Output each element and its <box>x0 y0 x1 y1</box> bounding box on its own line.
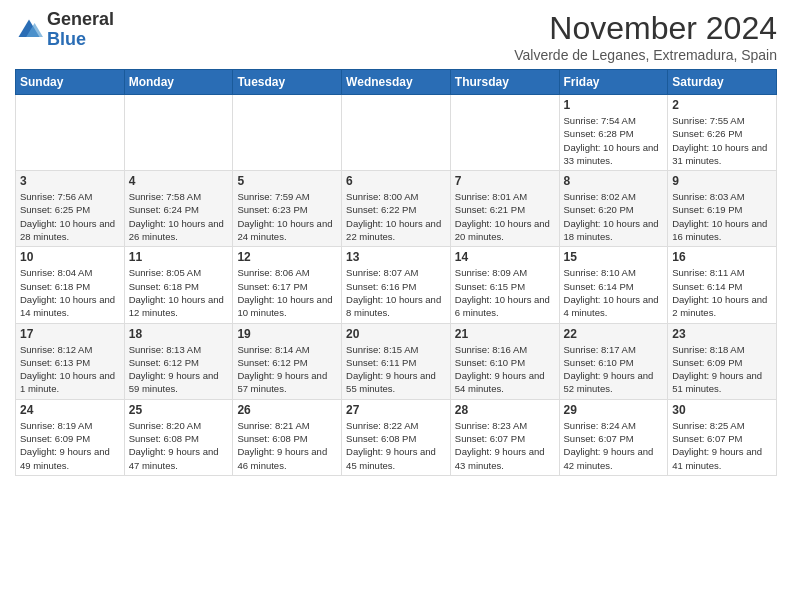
calendar-cell: 27Sunrise: 8:22 AM Sunset: 6:08 PM Dayli… <box>342 399 451 475</box>
calendar-table: SundayMondayTuesdayWednesdayThursdayFrid… <box>15 69 777 476</box>
calendar-cell: 22Sunrise: 8:17 AM Sunset: 6:10 PM Dayli… <box>559 323 668 399</box>
title-block: November 2024 Valverde de Leganes, Extre… <box>514 10 777 63</box>
page-header: General Blue November 2024 Valverde de L… <box>15 10 777 63</box>
month-title: November 2024 <box>514 10 777 47</box>
location-subtitle: Valverde de Leganes, Extremadura, Spain <box>514 47 777 63</box>
day-number: 17 <box>20 327 120 341</box>
day-info: Sunrise: 7:55 AM Sunset: 6:26 PM Dayligh… <box>672 114 772 167</box>
calendar-cell: 20Sunrise: 8:15 AM Sunset: 6:11 PM Dayli… <box>342 323 451 399</box>
day-number: 30 <box>672 403 772 417</box>
day-number: 22 <box>564 327 664 341</box>
calendar-cell: 30Sunrise: 8:25 AM Sunset: 6:07 PM Dayli… <box>668 399 777 475</box>
day-header-sunday: Sunday <box>16 70 125 95</box>
calendar-cell <box>342 95 451 171</box>
week-row-4: 17Sunrise: 8:12 AM Sunset: 6:13 PM Dayli… <box>16 323 777 399</box>
day-number: 12 <box>237 250 337 264</box>
calendar-cell: 3Sunrise: 7:56 AM Sunset: 6:25 PM Daylig… <box>16 171 125 247</box>
calendar-cell: 14Sunrise: 8:09 AM Sunset: 6:15 PM Dayli… <box>450 247 559 323</box>
calendar-cell: 6Sunrise: 8:00 AM Sunset: 6:22 PM Daylig… <box>342 171 451 247</box>
calendar-cell: 4Sunrise: 7:58 AM Sunset: 6:24 PM Daylig… <box>124 171 233 247</box>
calendar-cell: 11Sunrise: 8:05 AM Sunset: 6:18 PM Dayli… <box>124 247 233 323</box>
day-number: 20 <box>346 327 446 341</box>
calendar-cell: 19Sunrise: 8:14 AM Sunset: 6:12 PM Dayli… <box>233 323 342 399</box>
day-info: Sunrise: 8:22 AM Sunset: 6:08 PM Dayligh… <box>346 419 446 472</box>
day-number: 11 <box>129 250 229 264</box>
logo: General Blue <box>15 10 114 50</box>
day-number: 15 <box>564 250 664 264</box>
calendar-cell <box>450 95 559 171</box>
day-number: 18 <box>129 327 229 341</box>
calendar-cell: 2Sunrise: 7:55 AM Sunset: 6:26 PM Daylig… <box>668 95 777 171</box>
day-number: 24 <box>20 403 120 417</box>
day-info: Sunrise: 8:15 AM Sunset: 6:11 PM Dayligh… <box>346 343 446 396</box>
day-info: Sunrise: 8:24 AM Sunset: 6:07 PM Dayligh… <box>564 419 664 472</box>
calendar-cell: 25Sunrise: 8:20 AM Sunset: 6:08 PM Dayli… <box>124 399 233 475</box>
day-number: 3 <box>20 174 120 188</box>
day-info: Sunrise: 7:56 AM Sunset: 6:25 PM Dayligh… <box>20 190 120 243</box>
day-number: 9 <box>672 174 772 188</box>
day-number: 4 <box>129 174 229 188</box>
day-info: Sunrise: 8:01 AM Sunset: 6:21 PM Dayligh… <box>455 190 555 243</box>
calendar-cell: 1Sunrise: 7:54 AM Sunset: 6:28 PM Daylig… <box>559 95 668 171</box>
calendar-cell: 26Sunrise: 8:21 AM Sunset: 6:08 PM Dayli… <box>233 399 342 475</box>
day-info: Sunrise: 8:20 AM Sunset: 6:08 PM Dayligh… <box>129 419 229 472</box>
day-info: Sunrise: 8:06 AM Sunset: 6:17 PM Dayligh… <box>237 266 337 319</box>
day-info: Sunrise: 8:03 AM Sunset: 6:19 PM Dayligh… <box>672 190 772 243</box>
day-info: Sunrise: 8:18 AM Sunset: 6:09 PM Dayligh… <box>672 343 772 396</box>
day-number: 29 <box>564 403 664 417</box>
day-header-monday: Monday <box>124 70 233 95</box>
calendar-cell: 21Sunrise: 8:16 AM Sunset: 6:10 PM Dayli… <box>450 323 559 399</box>
day-header-wednesday: Wednesday <box>342 70 451 95</box>
day-number: 2 <box>672 98 772 112</box>
day-info: Sunrise: 8:04 AM Sunset: 6:18 PM Dayligh… <box>20 266 120 319</box>
day-header-thursday: Thursday <box>450 70 559 95</box>
day-number: 14 <box>455 250 555 264</box>
day-info: Sunrise: 8:19 AM Sunset: 6:09 PM Dayligh… <box>20 419 120 472</box>
week-row-3: 10Sunrise: 8:04 AM Sunset: 6:18 PM Dayli… <box>16 247 777 323</box>
day-header-tuesday: Tuesday <box>233 70 342 95</box>
day-info: Sunrise: 7:58 AM Sunset: 6:24 PM Dayligh… <box>129 190 229 243</box>
day-number: 25 <box>129 403 229 417</box>
day-number: 13 <box>346 250 446 264</box>
day-number: 21 <box>455 327 555 341</box>
week-row-5: 24Sunrise: 8:19 AM Sunset: 6:09 PM Dayli… <box>16 399 777 475</box>
calendar-cell: 24Sunrise: 8:19 AM Sunset: 6:09 PM Dayli… <box>16 399 125 475</box>
day-info: Sunrise: 7:54 AM Sunset: 6:28 PM Dayligh… <box>564 114 664 167</box>
day-number: 19 <box>237 327 337 341</box>
calendar-cell: 10Sunrise: 8:04 AM Sunset: 6:18 PM Dayli… <box>16 247 125 323</box>
logo-text: General Blue <box>47 10 114 50</box>
day-info: Sunrise: 8:00 AM Sunset: 6:22 PM Dayligh… <box>346 190 446 243</box>
week-row-2: 3Sunrise: 7:56 AM Sunset: 6:25 PM Daylig… <box>16 171 777 247</box>
day-info: Sunrise: 8:09 AM Sunset: 6:15 PM Dayligh… <box>455 266 555 319</box>
week-row-1: 1Sunrise: 7:54 AM Sunset: 6:28 PM Daylig… <box>16 95 777 171</box>
day-info: Sunrise: 8:12 AM Sunset: 6:13 PM Dayligh… <box>20 343 120 396</box>
day-number: 27 <box>346 403 446 417</box>
calendar-cell: 9Sunrise: 8:03 AM Sunset: 6:19 PM Daylig… <box>668 171 777 247</box>
calendar-cell <box>233 95 342 171</box>
days-header-row: SundayMondayTuesdayWednesdayThursdayFrid… <box>16 70 777 95</box>
calendar-cell: 12Sunrise: 8:06 AM Sunset: 6:17 PM Dayli… <box>233 247 342 323</box>
day-info: Sunrise: 8:05 AM Sunset: 6:18 PM Dayligh… <box>129 266 229 319</box>
day-info: Sunrise: 8:14 AM Sunset: 6:12 PM Dayligh… <box>237 343 337 396</box>
calendar-cell: 28Sunrise: 8:23 AM Sunset: 6:07 PM Dayli… <box>450 399 559 475</box>
day-info: Sunrise: 8:02 AM Sunset: 6:20 PM Dayligh… <box>564 190 664 243</box>
logo-icon <box>15 16 43 44</box>
day-number: 23 <box>672 327 772 341</box>
day-info: Sunrise: 8:10 AM Sunset: 6:14 PM Dayligh… <box>564 266 664 319</box>
day-number: 10 <box>20 250 120 264</box>
day-info: Sunrise: 8:11 AM Sunset: 6:14 PM Dayligh… <box>672 266 772 319</box>
day-info: Sunrise: 8:13 AM Sunset: 6:12 PM Dayligh… <box>129 343 229 396</box>
calendar-cell: 13Sunrise: 8:07 AM Sunset: 6:16 PM Dayli… <box>342 247 451 323</box>
day-number: 1 <box>564 98 664 112</box>
calendar-cell: 23Sunrise: 8:18 AM Sunset: 6:09 PM Dayli… <box>668 323 777 399</box>
day-number: 28 <box>455 403 555 417</box>
day-info: Sunrise: 8:25 AM Sunset: 6:07 PM Dayligh… <box>672 419 772 472</box>
day-info: Sunrise: 8:21 AM Sunset: 6:08 PM Dayligh… <box>237 419 337 472</box>
day-number: 5 <box>237 174 337 188</box>
calendar-cell: 29Sunrise: 8:24 AM Sunset: 6:07 PM Dayli… <box>559 399 668 475</box>
day-info: Sunrise: 8:17 AM Sunset: 6:10 PM Dayligh… <box>564 343 664 396</box>
day-number: 26 <box>237 403 337 417</box>
calendar-cell: 15Sunrise: 8:10 AM Sunset: 6:14 PM Dayli… <box>559 247 668 323</box>
day-info: Sunrise: 8:23 AM Sunset: 6:07 PM Dayligh… <box>455 419 555 472</box>
calendar-cell <box>16 95 125 171</box>
